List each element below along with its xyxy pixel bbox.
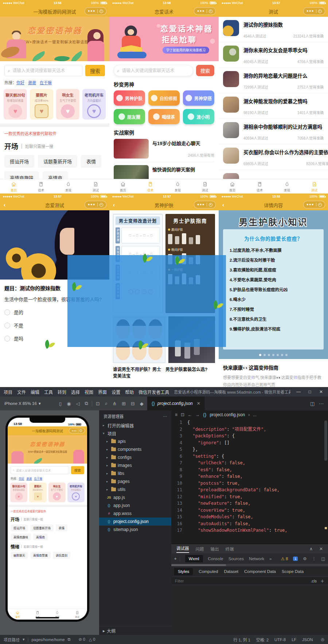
feature-card[interactable]: 要照片 成功率90% ♥ xyxy=(30,89,53,120)
styles-tab[interactable]: Scope Data xyxy=(282,569,304,574)
styles-tab[interactable]: Dataset xyxy=(224,569,238,574)
simulator-tool-icon[interactable]: ◉ xyxy=(67,401,71,406)
feed-caption-right[interactable]: 男生护肤套装怎么选? xyxy=(165,366,215,379)
hot-search-link[interactable]: 在干嘛 xyxy=(34,476,43,480)
menu-item[interactable]: 转到 xyxy=(58,389,66,395)
menu-item[interactable]: 视图 xyxy=(85,389,93,395)
feature-card[interactable]: 要照片成功率90%♥ xyxy=(29,483,46,502)
minimize-button[interactable]: — xyxy=(295,389,302,394)
tab-test[interactable]: 测试 xyxy=(191,179,219,194)
simulator-tool-icon[interactable]: ▯ xyxy=(59,401,62,406)
editor-tab[interactable]: {} project.config.json ✕ xyxy=(147,397,205,410)
topic-tag[interactable]: 搭讪开场 xyxy=(11,524,28,531)
file-row[interactable]: {}app.json xyxy=(99,501,171,510)
topic-tag[interactable]: 高情商赞美 xyxy=(30,552,51,559)
menu-item[interactable]: 微信开发者工具 xyxy=(138,389,169,395)
editor-tool-icon[interactable]: ⊟ xyxy=(131,401,135,406)
search-button[interactable]: 搜索 xyxy=(85,65,105,76)
menu-item[interactable]: 工具 xyxy=(44,389,53,395)
feature-card[interactable]: 哄女生生气了不要慌♥ xyxy=(48,483,66,502)
hot-search-link[interactable]: 在干嘛 xyxy=(40,81,52,85)
mini-program-capsule[interactable]: ●●● xyxy=(69,428,85,433)
category-card[interactable]: 自拍修图 xyxy=(148,90,180,106)
mini-program-capsule[interactable]: ●●● xyxy=(303,7,325,15)
styles-tab[interactable]: Computed xyxy=(199,569,218,574)
hero-banner[interactable]: 恋爱密语神器 30W+撩妹话术一键复制解决尬聊话题 xyxy=(0,17,109,61)
search-button[interactable]: 搜索 xyxy=(196,65,214,76)
hot-search-link[interactable]: 谢谢 xyxy=(28,81,36,85)
mini-program-capsule[interactable]: ●●● xyxy=(303,201,325,208)
tab-discover[interactable]: 发现 xyxy=(164,179,191,194)
devtools-tab[interactable]: Wxml xyxy=(185,555,203,562)
maximize-button[interactable]: □ xyxy=(306,389,313,394)
folder-row[interactable]: ▸images xyxy=(99,461,171,469)
topic-tag[interactable]: 表情 xyxy=(81,155,101,168)
tab-test[interactable]: 测试 xyxy=(82,179,109,194)
feed-caption-left[interactable]: 谁说男生不用护肤？男士变美法宝 xyxy=(113,366,163,379)
folder-row[interactable]: ▸libs xyxy=(99,469,171,477)
debugger-tab[interactable]: 调试器 xyxy=(176,545,189,553)
device-selector[interactable]: iPhone X 85% 16▾ xyxy=(0,397,55,410)
menu-item[interactable]: 项目 xyxy=(4,389,12,395)
tab-home[interactable]: 首页 xyxy=(219,179,246,194)
cls-toggle[interactable]: .cls xyxy=(311,579,317,583)
styles-tab[interactable]: Component Data xyxy=(244,569,276,574)
current-page-path[interactable]: pages/home/home xyxy=(31,637,65,642)
tab-discover[interactable]: 发现 xyxy=(273,179,301,194)
folder-row[interactable]: ▸apis xyxy=(99,437,171,445)
devtools-tab[interactable]: Sources xyxy=(229,557,244,561)
folder-row[interactable]: ▸configs xyxy=(99,453,171,461)
code-area[interactable]: 1{ 2 "description": "项目配置文件", 3 "packOpt… xyxy=(171,419,328,544)
menu-item[interactable]: 界面 xyxy=(98,389,107,395)
close-icon[interactable]: ✕ xyxy=(319,546,323,551)
tab-test[interactable]: 测试 xyxy=(67,609,87,620)
topic-tag[interactable]: 表情 xyxy=(56,524,67,531)
editor-tool-icon[interactable]: ⌕ xyxy=(105,401,108,406)
project-path-label[interactable]: 项目路径 xyxy=(4,637,20,643)
menu-item[interactable]: 选择 xyxy=(71,389,80,395)
test-list-item[interactable]: 测你未来的女友会是乖乖女吗 46045人测试过 4766人觉得准确 xyxy=(219,42,328,68)
more-icon[interactable]: ⋯ xyxy=(319,401,324,406)
topic-tag[interactable]: 高情商趣味 xyxy=(11,534,31,540)
category-card[interactable]: 朋友圈 xyxy=(114,109,145,124)
horizontal-scrollbar[interactable] xyxy=(171,564,328,566)
status-item[interactable]: LF xyxy=(292,637,296,642)
radio-icon[interactable] xyxy=(4,309,10,315)
menu-item[interactable]: 编辑 xyxy=(31,389,39,395)
tab-scripts[interactable]: 话术 xyxy=(246,179,273,194)
tab-home[interactable]: 首页 xyxy=(109,179,137,194)
more-icon[interactable]: ⋯ xyxy=(163,414,167,419)
category-card[interactable]: 男神穿搭 xyxy=(183,90,214,106)
file-row[interactable]: JSapp.js xyxy=(99,493,171,501)
filter-input[interactable]: Filter xyxy=(175,579,184,583)
hero-banner[interactable]: 恋爱话术神器 拒绝尬聊 学了就能用的聊天场景练习 xyxy=(109,17,219,61)
hot-search-link[interactable]: 你好 xyxy=(19,476,24,480)
devtools-tab[interactable]: Network xyxy=(249,557,264,561)
file-row[interactable]: {}sitemap.json xyxy=(99,526,171,534)
outline-section[interactable]: ▸大纲 xyxy=(99,626,171,635)
test-list-item[interactable]: 测女神能发现你的爱慕之情吗 98190人测试过 1401人觉得准确 xyxy=(219,93,328,119)
nav-forward-icon[interactable]: → xyxy=(195,412,200,417)
hot-search-link[interactable]: 你好 xyxy=(16,81,24,85)
inspect-icon[interactable]: ⌖ xyxy=(174,556,180,561)
feature-card[interactable]: 老司机开车 方向盘握好 ♥ xyxy=(82,89,106,120)
back-icon[interactable]: ‹ xyxy=(113,202,115,208)
topic-tag[interactable]: 高情商 xyxy=(33,534,48,540)
topic-tag[interactable]: 搭讪开场 xyxy=(4,155,34,168)
editor-tool-icon[interactable]: ◆ xyxy=(140,401,144,406)
kebab-icon[interactable]: ⋮ xyxy=(312,556,316,561)
radio-icon[interactable] xyxy=(4,323,10,328)
simulator-tool-icon[interactable]: ◁ xyxy=(76,401,80,406)
tab-home[interactable]: 首页 xyxy=(0,179,27,194)
styles-tab[interactable]: Styles xyxy=(174,568,193,575)
tab-discover[interactable]: 发现 xyxy=(55,179,82,194)
debugger-tab[interactable]: 输出 xyxy=(211,546,219,552)
topic-tag[interactable]: 话题重新开场 xyxy=(30,524,54,531)
editor-tool-icon[interactable]: ⊞ xyxy=(122,401,126,406)
overflow-icon[interactable]: » xyxy=(269,557,272,561)
radio-icon[interactable] xyxy=(4,336,10,341)
topic-tag[interactable]: 话题重新开场 xyxy=(38,155,77,168)
bell-icon[interactable]: ◎ xyxy=(321,637,324,642)
folder-row[interactable]: ▸components xyxy=(99,445,171,453)
feature-card[interactable]: 哄女生 生气了不要慌 ♥ xyxy=(56,89,79,120)
